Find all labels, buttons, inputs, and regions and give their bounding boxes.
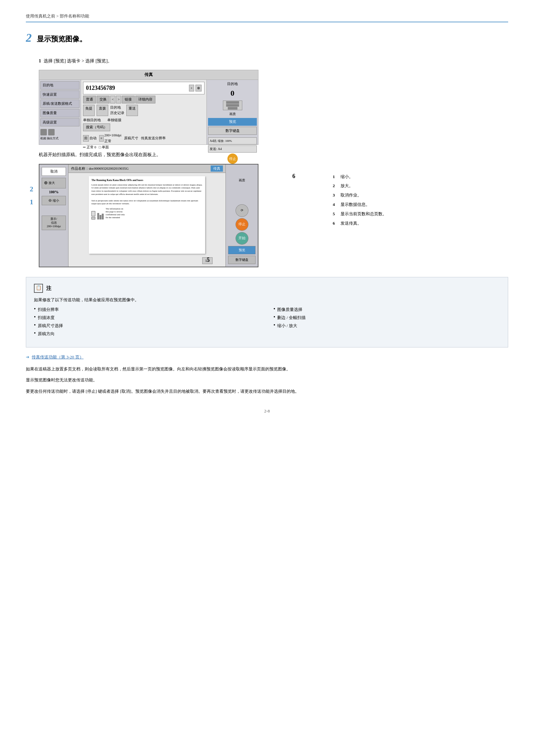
info-display-btn[interactable]: 显示/信息200×100dpi: [42, 216, 66, 230]
menu-quick[interactable]: 快速设置: [40, 91, 80, 99]
bullet-6: •: [274, 323, 276, 328]
step2-number: 2: [26, 32, 32, 44]
bullet-4: •: [274, 314, 276, 320]
fax-ui-body: 目的地 快速设置 原稿/发送数据格式 图像质量 高级设置 机能 抽出方式 012…: [39, 80, 258, 145]
label-1: 1 缩小。: [333, 174, 400, 180]
tab-detail[interactable]: 详细内容: [135, 96, 155, 103]
opt-direct[interactable]: 直拨: [97, 105, 108, 116]
opt-resend[interactable]: 重送: [126, 105, 138, 116]
note-item-1-text: 扫描分辨率: [38, 307, 59, 313]
preview-right-panel: 画质 ⟳ 停止 开始 预览 数字键盘: [225, 165, 258, 267]
note-header: 📋 注: [34, 284, 500, 293]
substep1-text: 选择 [预览] 选项卡 > 选择 [预览]。: [44, 59, 112, 63]
fax-status-row: ═ 正常 0 □ 单面: [83, 145, 205, 150]
note-icon: 📋: [34, 284, 43, 293]
numpad-btn[interactable]: 数字键盘: [208, 127, 257, 135]
menu-quality[interactable]: 图像质量: [40, 109, 80, 117]
dest-thumbnail: [223, 100, 242, 110]
menu-advanced[interactable]: 高级设置: [40, 118, 80, 127]
page-footer: 2-8: [26, 408, 508, 415]
note-item-4-text: 删边 / 全幅扫描: [277, 314, 306, 321]
auto-setting: 田 自动: [83, 135, 97, 142]
note-item-7: • 原稿方向: [34, 331, 261, 338]
dest-display: 目的地 0: [227, 81, 238, 99]
step2-container: 2 显示预览图像。: [26, 32, 508, 51]
icon-refresh: [48, 129, 55, 135]
stop-btn-right[interactable]: 停止: [227, 153, 238, 164]
link-line: ➔ 传真传送功能（第 3-20 页）: [26, 354, 508, 361]
graphic-caption: The information onthis page is strictlyc…: [106, 207, 203, 219]
fax-tabs: 普通 交换 < > 链接 详细内容: [83, 96, 205, 103]
bullet-5: •: [34, 323, 36, 328]
preview-btn-right[interactable]: 预览: [208, 118, 257, 126]
start-preview-btn[interactable]: 开始: [236, 232, 248, 245]
status-normal: ═ 正常 0: [83, 145, 96, 150]
doc-graphics-area: The information onthis page is strictlyc…: [91, 207, 203, 219]
zoom-icon-area[interactable]: ⊕放大: [42, 178, 66, 188]
doc-title: The Running Kata Kana Block OFfs and bas…: [91, 179, 203, 182]
link-text[interactable]: 传真传送功能（第 3-20 页）: [32, 355, 83, 360]
note-item-5-text: 原稿尺寸选择: [38, 323, 63, 329]
tab-nav-right[interactable]: >: [116, 96, 121, 103]
search-btn[interactable]: 搜索（号码）: [83, 123, 110, 131]
fax-ui-title: 传真: [39, 70, 258, 80]
breadcrumb: 使用传真机之前 > 部件名称和功能: [26, 13, 508, 22]
single-dest-section: 单独目的地 单独链接 搜索（号码）: [83, 117, 205, 131]
auto-icon: 田: [83, 135, 89, 142]
zoom-percent: 放大: [48, 180, 55, 185]
label-6-num: 6: [333, 220, 338, 227]
tab-nav-left[interactable]: <: [110, 96, 115, 103]
stop-preview-btn[interactable]: 停止: [236, 218, 248, 231]
preview-left-panel: 取消 ⊕放大 100% ⊖ 缩小 显示/信息200×100dpi: [39, 165, 68, 267]
tab-normal[interactable]: 普通: [83, 96, 96, 103]
opt-handsfree[interactable]: 免提: [83, 105, 95, 116]
preview-ui-box: 取消 ⊕放大 100% ⊖ 缩小 显示/信息200×100dpi: [39, 164, 258, 267]
zoom-value: 100%: [49, 189, 59, 195]
note-intro: 如果修改了以下传送功能，结果会被应用在预览图像中。: [34, 297, 500, 304]
step2-title: 显示预览图像。: [26, 32, 508, 44]
preview-tab-btn[interactable]: 预览: [228, 246, 256, 255]
refresh-preview-btn[interactable]: ⟳: [236, 204, 248, 217]
add-dest-btn[interactable]: +: [189, 85, 194, 92]
preview-document-area: The Running Kata Kana Block OFfs and bas…: [68, 173, 225, 266]
graphic1: [91, 211, 95, 220]
delete-btn[interactable]: ⊗: [195, 85, 202, 92]
right-action-btns: 预览 数字键盘: [208, 118, 257, 135]
menu-format[interactable]: 原稿/发送数据格式: [40, 99, 80, 108]
label-3-text: 取消作业。: [341, 192, 362, 199]
fax-bottom-row: 田 自动 ≡ 200×100dpi正常 原稿尺寸 传真发送分辨率: [83, 132, 205, 144]
fax-options-row: 免提 直拨 目的地历史记录 重送: [83, 105, 205, 116]
label-2-num: 2: [333, 183, 338, 189]
menu-dest[interactable]: 目的地: [40, 81, 80, 90]
tab-link[interactable]: 链接: [122, 96, 135, 103]
bullet-2: •: [274, 307, 276, 311]
page: 使用传真机之前 > 部件名称和功能 2 显示预览图像。 1选择 [预览] 选项卡…: [0, 0, 534, 756]
fax-left-menu: 目的地 快速设置 原稿/发送数据格式 图像质量 高级设置 机能 抽出方式: [39, 80, 81, 145]
preview-callout-labels: 1 缩小。 2 放大。 3 取消作业。 4 显示数据信息。 5 显示当前页数和总…: [333, 174, 400, 230]
bullet-7: •: [34, 331, 36, 336]
link-arrow-icon: ➔: [26, 355, 29, 360]
page-size-label: 原稿尺寸: [124, 135, 138, 141]
res-icon: ≡: [99, 135, 104, 142]
fax-number-bar: 0123456789 + ⊗: [83, 82, 205, 94]
fax-ui-screenshot: 传真 目的地 快速设置 原稿/发送数据格式 图像质量 高级设置 机能 抽出方式 …: [39, 70, 258, 145]
fax-number: 0123456789: [86, 83, 115, 93]
numpad-preview-btn[interactable]: 数字键盘: [228, 256, 256, 264]
setting-info: A4比缩放: 100%: [208, 137, 257, 145]
preview-wrapper: 2 1 3 4 取消 ⊕放大 100% ⊖ 缩小 显示/信息200×10: [39, 164, 329, 267]
quality-label: 画质: [229, 112, 236, 117]
zoom-out-btn[interactable]: ⊖ 缩小: [42, 196, 66, 205]
bullet-1: •: [34, 307, 36, 311]
icon-reset: [40, 129, 47, 135]
tab-exchange[interactable]: 交换: [97, 96, 110, 103]
doc-body-text: Lorem ipsum dolor sit amet consectetur a…: [91, 184, 203, 206]
auto-label: 自动: [89, 135, 97, 141]
fax-center: 0123456789 + ⊗ 普通 交换 < > 链接 详细内容 免提 直拨: [81, 80, 206, 145]
opt-history-label: 目的地历史记录: [110, 105, 124, 116]
single-face: □ 单面: [99, 145, 109, 150]
label-6: 6 发送传真。: [333, 220, 400, 227]
send-info: 发送: A4: [208, 146, 257, 152]
single-dest-label: 单独目的地: [83, 117, 101, 123]
dest-count: 0: [227, 87, 238, 99]
cancel-action-btn[interactable]: 取消: [42, 167, 66, 176]
